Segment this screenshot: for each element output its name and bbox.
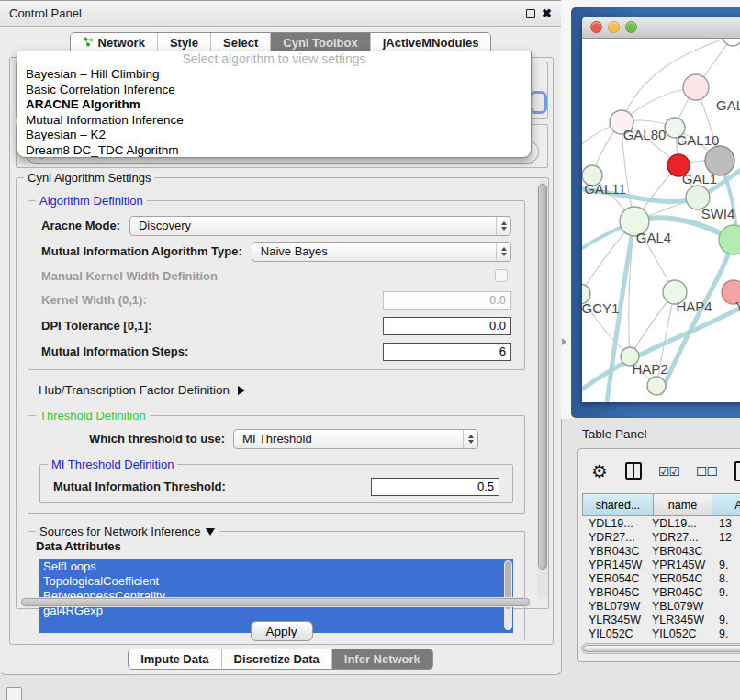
column-header-name[interactable]: name: [654, 493, 712, 516]
cell-shared-name: YER054C: [582, 572, 648, 586]
algorithm-popup: Select algorithm to view settings Bayesi…: [17, 51, 532, 158]
manual-kernel-checkbox[interactable]: [495, 269, 508, 282]
table-row[interactable]: YIL052CYIL052C9.: [582, 627, 740, 641]
table-hscrollbar-thumb[interactable]: [583, 645, 740, 652]
tab-select[interactable]: Select: [210, 33, 270, 52]
network-window-titlebar[interactable]: [582, 17, 740, 39]
table-row[interactable]: YDL19...YDL19...13: [582, 517, 740, 531]
tab-style-label: Style: [170, 36, 198, 50]
cell-name: YDR27...: [648, 531, 712, 545]
algorithm-option-dream8-dc-tdc-algorithm[interactable]: Dream8 DC_TDC Algorithm: [17, 143, 531, 159]
cell-name: YLR345W: [648, 614, 712, 627]
network-node[interactable]: [719, 225, 740, 254]
tab-infer-network[interactable]: Infer Network: [331, 649, 432, 669]
algorithm-definition-title: Algorithm Definition: [36, 194, 147, 208]
column-header-shared[interactable]: shared...: [582, 493, 654, 516]
manual-kernel-label: Manual Kernel Width Definition: [41, 269, 218, 283]
collapse-arrow-icon[interactable]: [206, 528, 215, 536]
node-label-swi4: SWI4: [701, 206, 735, 221]
table-row[interactable]: YPR145WYPR145W9.: [582, 559, 740, 572]
which-threshold-select[interactable]: MI Threshold: [233, 429, 478, 449]
sources-title[interactable]: Sources for Network Inference: [36, 525, 219, 538]
attribute-item-topologicalcoefficient[interactable]: TopologicalCoefficient: [39, 574, 513, 589]
gear-icon[interactable]: ⚙: [591, 462, 608, 480]
algorithm-option-mutual-information-inference[interactable]: Mutual Information Inference: [17, 113, 531, 129]
attribute-item-selfloops[interactable]: SelfLoops: [39, 559, 513, 574]
cell-value: [712, 600, 740, 614]
table-doc-icon[interactable]: [734, 461, 740, 481]
stepper-icon[interactable]: [496, 243, 510, 261]
node-label-gal10: GAL10: [677, 132, 720, 148]
cyni-algorithm-settings-group: Cyni Algorithm Settings Algorithm Defini…: [16, 177, 549, 609]
settings-hscrollbar-thumb[interactable]: [21, 598, 530, 606]
stepper-icon[interactable]: [463, 430, 477, 448]
table-toolbar: ⚙ ☑☑ ☐☐: [578, 449, 740, 492]
table-row[interactable]: YBL079WYBL079W: [582, 600, 740, 614]
splitter-arrow-icon[interactable]: [562, 338, 566, 345]
table-hscrollbar[interactable]: [581, 643, 740, 654]
kernel-width-input[interactable]: [383, 291, 511, 310]
aracne-mode-select[interactable]: Discovery: [129, 216, 511, 236]
which-threshold-value: MI Threshold: [242, 432, 463, 446]
tab-select-label: Select: [223, 36, 258, 50]
cell-name: YBR045C: [648, 586, 712, 600]
mi-threshold-definition-group: MI Threshold Definition Mutual Informati…: [39, 464, 513, 503]
close-traffic-icon[interactable]: [590, 21, 602, 33]
node-label-hap4: HAP4: [676, 299, 712, 314]
apply-button[interactable]: Apply: [251, 621, 313, 641]
table-row[interactable]: YBR043CYBR043C: [582, 545, 740, 559]
table-row[interactable]: YLR345WYLR345W9.: [582, 614, 740, 627]
settings-vscrollbar-thumb[interactable]: [538, 184, 547, 570]
cell-value: 9.: [712, 559, 740, 572]
dpi-tolerance-input[interactable]: [383, 317, 511, 335]
table-body: YDL19...YDL19...13YDR27...YDR27...12YBR0…: [582, 517, 740, 641]
network-node-gal[interactable]: [683, 74, 709, 100]
expand-arrow-icon[interactable]: [238, 386, 245, 395]
table-row[interactable]: YDR27...YDR27...12: [582, 531, 740, 545]
float-window-icon[interactable]: [526, 9, 535, 18]
network-icon: [83, 36, 94, 50]
algorithm-option-basic-correlation-inference[interactable]: Basic Correlation Inference: [17, 83, 531, 98]
stepper-icon[interactable]: [496, 217, 510, 235]
table-row[interactable]: YER054CYER054C8.: [582, 572, 740, 586]
kernel-width-label: Kernel Width (0,1):: [41, 293, 147, 307]
cell-name: YBR043C: [648, 545, 712, 559]
floating-mini-panel[interactable]: [6, 687, 22, 700]
network-node[interactable]: [723, 39, 740, 46]
cell-shared-name: YIL052C: [582, 627, 648, 641]
hub-transcription-toggle[interactable]: Hub/Transcription Factor Definition: [39, 383, 533, 397]
list-scrollbar[interactable]: [504, 560, 512, 630]
mi-algorithm-type-value: Naive Bayes: [261, 244, 496, 258]
tab-style[interactable]: Style: [157, 33, 210, 52]
algorithm-option-bayesian-hill-climbing[interactable]: Bayesian – Hill Climbing: [17, 67, 531, 83]
tab-network-label: Network: [98, 36, 145, 50]
unchecked-boxes-icon[interactable]: ☐☐: [696, 464, 717, 479]
column-header-a[interactable]: A: [712, 493, 740, 516]
settings-vscrollbar[interactable]: [537, 180, 548, 599]
focused-combo-fragment: [529, 91, 547, 114]
table-row[interactable]: YBR045CYBR045C9.: [582, 586, 740, 600]
tab-impute-data[interactable]: Impute Data: [129, 649, 220, 669]
node-label-gal80: GAL80: [623, 127, 667, 142]
mi-algorithm-type-label: Mutual Information Algorithm Type:: [41, 244, 242, 258]
tab-network[interactable]: Network: [71, 33, 157, 52]
cell-value: 8.: [712, 572, 740, 586]
tab-cyni-toolbox[interactable]: Cyni Toolbox: [270, 33, 369, 52]
zoom-traffic-icon[interactable]: [625, 21, 637, 33]
network-node[interactable]: [647, 377, 666, 395]
checked-boxes-icon[interactable]: ☑☑: [658, 464, 679, 479]
split-columns-icon[interactable]: [625, 462, 642, 480]
network-canvas[interactable]: GALGAL80GAL10GAL1GAL11SWI4GAL4GCY1HAP4YH…: [582, 39, 740, 402]
tab-discretize-data[interactable]: Discretize Data: [221, 649, 331, 669]
mi-steps-input[interactable]: [383, 343, 511, 361]
cell-value: 9.: [712, 586, 740, 600]
mi-threshold-input[interactable]: [371, 478, 499, 496]
mi-algorithm-type-select[interactable]: Naive Bayes: [252, 242, 511, 262]
algorithm-option-aracne-algorithm[interactable]: ARACNE Algorithm: [17, 97, 531, 113]
tab-jactivemnodules[interactable]: jActiveMNodules: [370, 33, 491, 52]
settings-hscrollbar[interactable]: [20, 597, 532, 607]
cell-value: 12: [712, 531, 740, 545]
close-icon[interactable]: ✖: [542, 9, 552, 18]
minimize-traffic-icon[interactable]: [608, 21, 620, 33]
algorithm-option-bayesian-k2[interactable]: Bayesian – K2: [17, 128, 531, 143]
